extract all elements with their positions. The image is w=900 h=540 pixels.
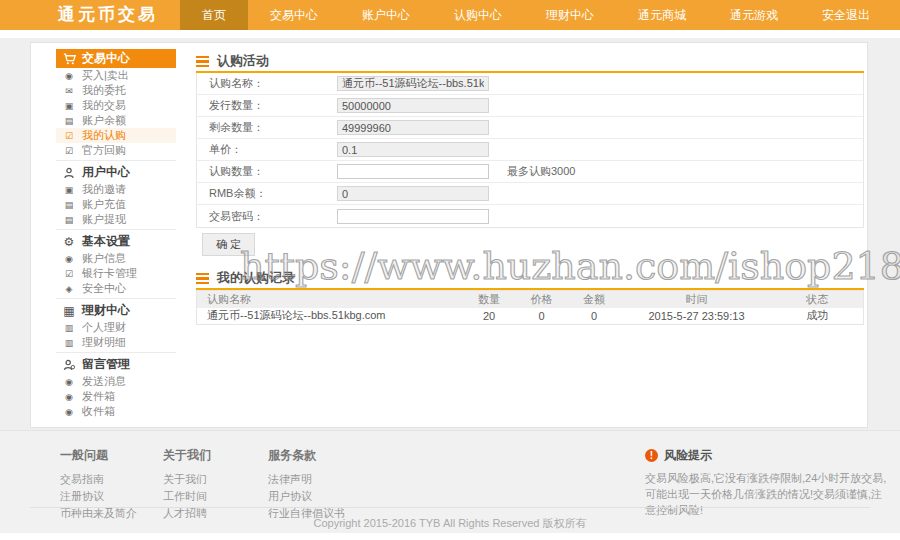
- sidebar-section-settings[interactable]: ⚙ 基本设置: [56, 232, 176, 251]
- sidebar-item-balance[interactable]: ▤ 账户余额: [56, 113, 176, 128]
- record-status: 成功: [772, 308, 864, 325]
- sidebar-section-title: 理财中心: [82, 302, 130, 319]
- trade-password-input[interactable]: [337, 209, 489, 224]
- grid-icon: ▦: [56, 304, 82, 318]
- hamburger-icon: [196, 56, 209, 67]
- sidebar-item-send-message[interactable]: ◉ 发送消息: [56, 374, 176, 389]
- main-nav: 首页 交易中心 账户中心 认购中心 理财中心 通元商城 通元游戏 安全退出: [180, 0, 892, 30]
- sidebar-section-user[interactable]: 用户中心: [56, 163, 176, 182]
- footer-column-title: 服务条款: [268, 447, 345, 464]
- sidebar-item-bank-cards[interactable]: ☑ 银行卡管理: [56, 266, 176, 281]
- sidebar-item-account-info[interactable]: ◉ 账户信息: [56, 251, 176, 266]
- document-icon: ▣: [56, 185, 82, 195]
- subscribe-form: 认购名称： 发行数量： 剩余数量： 单价： 认购数量： 最多认购3000: [196, 73, 864, 228]
- footer-column-about: 关于我们 关于我们 工作时间 人才招聘: [163, 447, 211, 522]
- sidebar-item-my-trades[interactable]: ▣ 我的交易: [56, 98, 176, 113]
- sidebar-item-label: 发送消息: [82, 374, 126, 389]
- sidebar-item-label: 账户提现: [82, 212, 126, 227]
- form-row-name: 认购名称：: [197, 73, 863, 95]
- column-header-price: 价格: [517, 291, 567, 308]
- field-label: 认购数量：: [209, 164, 337, 179]
- sidebar-item-withdraw[interactable]: ▤ 账户提现: [56, 212, 176, 227]
- sidebar-section-trade[interactable]: 交易中心: [56, 49, 176, 68]
- check-icon: ☑: [56, 146, 82, 156]
- nav-subscribe-center[interactable]: 认购中心: [432, 0, 524, 30]
- nav-account-center[interactable]: 账户中心: [340, 0, 432, 30]
- sidebar: 交易中心 ◉ 买入|卖出 ✉ 我的委托 ▣ 我的交易 ▤ 账户余额 ☑ 我的认购…: [56, 49, 176, 419]
- nav-trade-center[interactable]: 交易中心: [248, 0, 340, 30]
- sidebar-item-my-orders[interactable]: ✉ 我的委托: [56, 83, 176, 98]
- sidebar-item-my-invites[interactable]: ▣ 我的邀请: [56, 182, 176, 197]
- field-label: RMB余额：: [209, 186, 337, 201]
- lock-icon: ◈: [56, 284, 82, 294]
- nav-mall[interactable]: 通元商城: [616, 0, 708, 30]
- form-row-remaining: 剩余数量：: [197, 117, 863, 139]
- column-header-status: 状态: [772, 291, 864, 308]
- nav-home[interactable]: 首页: [180, 0, 248, 30]
- sidebar-item-outbox[interactable]: ◉ 发件箱: [56, 389, 176, 404]
- user-icon: [56, 167, 82, 179]
- page-title: 认购活动: [217, 52, 269, 70]
- footer-link-register-agreement[interactable]: 注册协议: [60, 488, 137, 505]
- footer: 一般问题 交易指南 注册协议 币种由来及简介 关于我们 关于我们 工作时间 人才…: [0, 430, 900, 533]
- footer-column-general: 一般问题 交易指南 注册协议 币种由来及简介: [60, 447, 137, 522]
- confirm-button[interactable]: 确 定: [202, 233, 255, 256]
- subscribe-section-title: 认购活动: [196, 51, 864, 71]
- sidebar-item-security-center[interactable]: ◈ 安全中心: [56, 281, 176, 296]
- nav-finance-center[interactable]: 理财中心: [524, 0, 616, 30]
- unit-price-field: [337, 142, 489, 157]
- subscribe-quantity-input[interactable]: [337, 164, 489, 179]
- record-price: 0: [517, 308, 567, 325]
- column-header-time: 时间: [622, 291, 772, 308]
- sidebar-item-personal-finance[interactable]: ▥ 个人理财: [56, 320, 176, 335]
- sidebar-item-buy-sell[interactable]: ◉ 买入|卖出: [56, 68, 176, 83]
- content-panel: 交易中心 ◉ 买入|卖出 ✉ 我的委托 ▣ 我的交易 ▤ 账户余额 ☑ 我的认购…: [30, 42, 868, 428]
- sidebar-divider: [56, 352, 176, 353]
- record-amount: 0: [567, 308, 622, 325]
- sidebar-item-my-subscription[interactable]: ☑ 我的认购: [56, 128, 176, 143]
- nav-games[interactable]: 通元游戏: [708, 0, 800, 30]
- sidebar-divider: [56, 298, 176, 299]
- footer-column-title: 一般问题: [60, 447, 137, 464]
- sidebar-item-official-buyback[interactable]: ☑ 官方回购: [56, 143, 176, 158]
- outbox-icon: ◉: [56, 392, 82, 402]
- sidebar-item-label: 官方回购: [82, 143, 126, 158]
- sidebar-item-finance-details[interactable]: ▥ 理财明细: [56, 335, 176, 350]
- field-label: 认购名称：: [209, 76, 337, 91]
- nav-logout[interactable]: 安全退出: [800, 0, 892, 30]
- max-subscribe-hint: 最多认购3000: [507, 164, 575, 179]
- footer-link-work-hours[interactable]: 工作时间: [163, 488, 211, 505]
- risk-notice-text: 交易风险极高,它没有涨跌停限制,24小时开放交易,可能出现一天价格几倍涨跌的情况…: [645, 470, 887, 518]
- check-icon: ☑: [56, 269, 82, 279]
- sidebar-section-messages[interactable]: 留言管理: [56, 355, 176, 374]
- footer-link-user-agreement[interactable]: 用户协议: [268, 488, 345, 505]
- table-header-row: 认购名称 数量 价格 金额 时间 状态: [197, 291, 864, 308]
- form-row-price: 单价：: [197, 139, 863, 161]
- sidebar-section-title: 用户中心: [82, 164, 130, 181]
- sidebar-item-label: 发件箱: [82, 389, 115, 404]
- rmb-balance-field: [337, 186, 489, 201]
- sidebar-item-label: 账户信息: [82, 251, 126, 266]
- check-icon: ☑: [56, 131, 82, 141]
- gear-icon: ⚙: [56, 235, 82, 249]
- footer-column-title: 关于我们: [163, 447, 211, 464]
- footer-link-legal[interactable]: 法律声明: [268, 471, 345, 488]
- footer-divider: [30, 507, 870, 508]
- coin-icon: ◉: [56, 71, 82, 81]
- sidebar-item-label: 安全中心: [82, 281, 126, 296]
- sidebar-item-deposit[interactable]: ▤ 账户充值: [56, 197, 176, 212]
- sidebar-item-label: 个人理财: [82, 320, 126, 335]
- column-header-amount: 金额: [567, 291, 622, 308]
- remaining-amount-field: [337, 120, 489, 135]
- inbox-icon: ◉: [56, 407, 82, 417]
- footer-link-about-us[interactable]: 关于我们: [163, 471, 211, 488]
- sidebar-item-inbox[interactable]: ◉ 收件箱: [56, 404, 176, 419]
- form-row-trade-password: 交易密码：: [197, 205, 863, 227]
- field-label: 单价：: [209, 142, 337, 157]
- column-header-name: 认购名称: [197, 291, 462, 308]
- records-title: 我的认购记录: [217, 269, 295, 287]
- form-row-issued: 发行数量：: [197, 95, 863, 117]
- sidebar-section-finance[interactable]: ▦ 理财中心: [56, 301, 176, 320]
- footer-link-trade-guide[interactable]: 交易指南: [60, 471, 137, 488]
- sidebar-divider: [56, 229, 176, 230]
